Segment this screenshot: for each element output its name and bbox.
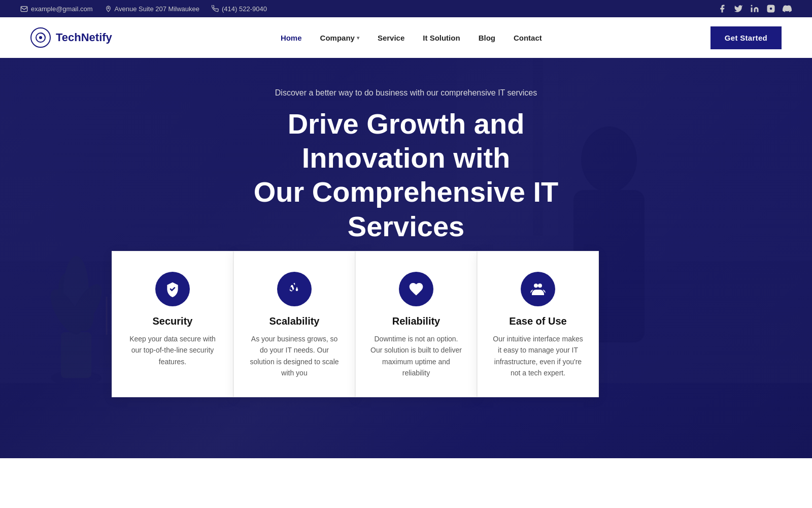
navbar: TechNetify Home Company ▾ Service It Sol… xyxy=(0,17,812,58)
scalability-desc: As your business grows, so do your IT ne… xyxy=(248,333,341,379)
twitter-icon[interactable] xyxy=(734,4,743,13)
logo-text: TechNetify xyxy=(56,31,112,44)
svg-point-40 xyxy=(534,283,538,288)
shield-icon xyxy=(164,281,181,297)
reliability-title: Reliability xyxy=(392,315,440,327)
phone-icon xyxy=(212,5,219,12)
instagram-icon[interactable] xyxy=(766,4,775,13)
feature-card-ease: Ease of Use Our intuitive interface make… xyxy=(477,251,599,398)
email-text: example@gmail.com xyxy=(31,5,93,13)
logo-svg xyxy=(35,31,47,44)
ease-icon-wrap xyxy=(521,272,555,306)
feature-card-scalability: Scalability As your business grows, so d… xyxy=(233,251,355,398)
social-links xyxy=(718,4,792,13)
address-text: Avenue Suite 207 Milwaukee xyxy=(115,5,199,13)
scalability-title: Scalability xyxy=(269,315,320,327)
nav-company[interactable]: Company ▾ xyxy=(320,34,359,42)
logo[interactable]: TechNetify xyxy=(30,27,112,48)
email-item: example@gmail.com xyxy=(20,5,93,13)
feature-card-reliability: Reliability Downtime is not an option. O… xyxy=(355,251,477,398)
scale-icon xyxy=(286,281,302,297)
security-desc: Keep your data secure with our top-of-th… xyxy=(126,333,219,367)
phone-text: (414) 522-9040 xyxy=(222,5,267,13)
top-bar-left: example@gmail.com Avenue Suite 207 Milwa… xyxy=(20,5,267,13)
security-title: Security xyxy=(153,315,193,327)
nav-contact[interactable]: Contact xyxy=(514,34,542,42)
reliability-desc: Downtime is not an option. Our solution … xyxy=(370,333,462,379)
svg-point-6 xyxy=(39,36,42,39)
nav-home[interactable]: Home xyxy=(281,34,302,42)
users-icon xyxy=(530,281,546,297)
address-item: Avenue Suite 207 Milwaukee xyxy=(105,5,199,13)
svg-point-41 xyxy=(538,283,542,288)
reliability-icon-wrap xyxy=(399,272,433,306)
nav-service[interactable]: Service xyxy=(378,34,404,42)
ease-desc: Our intuitive interface makes it easy to… xyxy=(492,333,584,379)
nav-blog[interactable]: Blog xyxy=(479,34,495,42)
feature-card-security: Security Keep your data secure with our … xyxy=(112,251,233,398)
email-icon xyxy=(20,5,28,13)
svg-rect-0 xyxy=(21,6,27,11)
phone-item: (414) 522-9040 xyxy=(212,5,267,13)
discord-icon[interactable] xyxy=(783,4,792,13)
linkedin-icon[interactable] xyxy=(750,4,759,13)
svg-point-2 xyxy=(751,5,753,7)
scalability-icon-wrap xyxy=(277,272,312,306)
feature-cards: Security Keep your data secure with our … xyxy=(112,251,599,398)
company-dropdown-arrow: ▾ xyxy=(357,35,359,41)
security-icon-wrap xyxy=(155,272,190,306)
location-icon xyxy=(105,5,112,13)
nav-it-solution[interactable]: It Solution xyxy=(423,34,460,42)
heart-icon xyxy=(408,281,424,297)
hero-section: Discover a better way to do business wit… xyxy=(0,58,812,458)
facebook-icon[interactable] xyxy=(718,4,727,13)
hero-subtitle: Discover a better way to do business wit… xyxy=(223,88,589,98)
get-started-button[interactable]: Get Started xyxy=(710,26,782,49)
logo-icon xyxy=(30,27,51,48)
ease-title: Ease of Use xyxy=(509,315,566,327)
nav-links: Home Company ▾ Service It Solution Blog … xyxy=(281,34,542,42)
svg-point-1 xyxy=(108,7,109,9)
hero-title: Drive Growth and Innovation with Our Com… xyxy=(223,107,589,243)
top-bar: example@gmail.com Avenue Suite 207 Milwa… xyxy=(0,0,812,17)
